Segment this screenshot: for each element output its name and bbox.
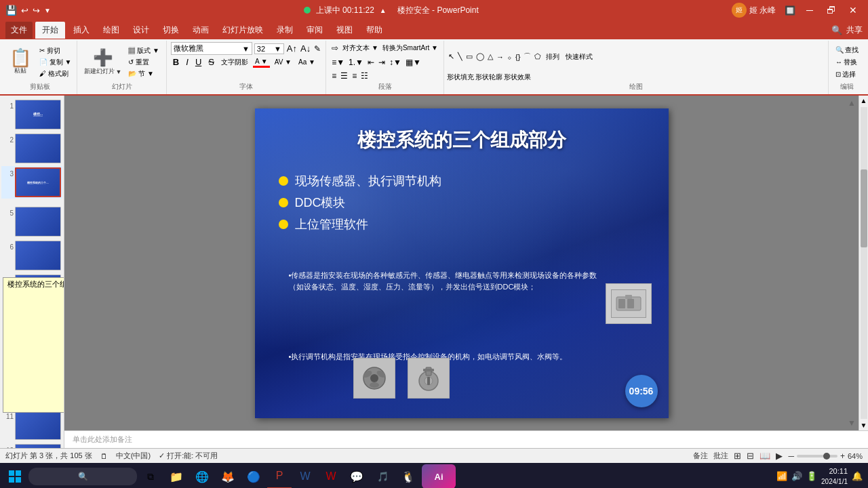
scrollbar-thumb[interactable] — [861, 169, 867, 247]
cut-button[interactable]: ✂ 剪切 — [37, 45, 74, 56]
tab-file[interactable]: 文件 — [5, 22, 33, 39]
zoom-thumb[interactable] — [823, 453, 830, 460]
align-left-button[interactable]: ≡ — [330, 70, 338, 82]
tab-draw[interactable]: 绘图 — [98, 22, 125, 39]
slide-thumb-8[interactable]: 8 — [1, 307, 62, 340]
zoom-level[interactable]: 64% — [848, 452, 863, 460]
line-spacing-button[interactable]: ↕▼ — [388, 56, 403, 68]
share-button[interactable]: 共享 — [846, 24, 863, 36]
slide-sorter-button[interactable]: ⊟ — [747, 451, 754, 461]
slide-thumb-10[interactable]: 10 — [1, 375, 62, 407]
layout-button[interactable]: ▦ 版式 ▼ — [125, 45, 161, 56]
minimize-button[interactable]: ─ — [800, 3, 819, 17]
tab-insert[interactable]: 插入 — [68, 22, 95, 39]
arrange-button[interactable]: 排列 — [543, 52, 562, 62]
notes-area[interactable]: 单击此处添加备注 — [64, 430, 868, 448]
char-spacing-button[interactable]: AV ▼ — [273, 58, 294, 66]
indent-less-button[interactable]: ⇤ — [366, 56, 376, 68]
notification-button[interactable]: 🔔 — [852, 471, 863, 481]
canvas-area[interactable]: 楼控系统的三个组成部分 现场传感器、执行调节机构 DDC模块 — [64, 96, 859, 430]
shape-more2[interactable]: {} — [514, 52, 521, 62]
reading-view-button[interactable]: 📖 — [760, 451, 770, 461]
tab-help[interactable]: 帮助 — [361, 22, 388, 39]
clock[interactable]: 20:11 2024/1/1 — [821, 466, 848, 486]
zoom-slider[interactable] — [797, 455, 837, 458]
chrome-button[interactable]: 🔵 — [241, 464, 266, 488]
shape-outline-button[interactable]: 形状轮廓 — [475, 73, 502, 82]
bullets-button[interactable]: ≡▼ — [330, 56, 346, 68]
save-icon[interactable]: 💾 — [5, 5, 17, 16]
tab-transitions[interactable]: 切换 — [157, 22, 184, 39]
numbering-button[interactable]: 1.▼ — [347, 56, 365, 68]
ppt-taskbar-button[interactable]: P — [267, 464, 292, 488]
tab-review[interactable]: 审阅 — [301, 22, 328, 39]
bullet-2[interactable]: DDC模块 — [279, 195, 645, 211]
clear-format-button[interactable]: ✎ — [313, 43, 321, 54]
file-explorer-button[interactable]: 📁 — [164, 464, 189, 488]
shape-fill-button[interactable]: 形状填充 — [447, 73, 474, 82]
reset-button[interactable]: ↺ 重置 — [125, 57, 161, 68]
shape-line[interactable]: ╲ — [456, 52, 464, 62]
network-icon[interactable]: 📶 — [776, 471, 787, 481]
close-button[interactable]: ✕ — [844, 3, 863, 17]
font-name-dropdown[interactable]: 微软雅黑▼ — [171, 42, 252, 55]
select-tool[interactable]: ↖ — [447, 52, 456, 62]
comments-toggle-button[interactable]: 批注 — [713, 451, 728, 461]
shadow-button[interactable]: 文字阴影 — [219, 57, 250, 68]
battery-icon[interactable]: 🔋 — [806, 471, 817, 481]
word-button[interactable]: W — [293, 464, 317, 488]
align-text-button[interactable]: 对齐文本 ▼ — [341, 42, 380, 54]
restore-button[interactable]: 🗗 — [822, 3, 841, 17]
smartart-button[interactable]: 转换为SmartArt ▼ — [381, 42, 439, 54]
italic-button[interactable]: I — [184, 56, 191, 68]
netease-button[interactable]: 🎵 — [370, 464, 395, 488]
undo-icon[interactable]: ↩ — [21, 5, 28, 16]
font-style-button[interactable]: Aa ▼ — [296, 58, 317, 66]
paste-button[interactable]: 📋 粘贴 — [5, 42, 35, 82]
class-status-arrow[interactable]: ▲ — [380, 7, 387, 14]
scrollbar-down-button[interactable]: ▼ — [859, 420, 868, 430]
shape-pentagon[interactable]: ⬠ — [533, 52, 542, 62]
shape-arrow[interactable]: → — [495, 52, 505, 62]
slide-thumb-3[interactable]: 3 楼控系统的三个... — [1, 166, 62, 199]
tab-slideshow[interactable]: 幻灯片放映 — [217, 22, 269, 39]
indent-more-button[interactable]: ⇥ — [377, 56, 387, 68]
font-size-dropdown[interactable]: 32▼ — [254, 43, 284, 54]
qq-button[interactable]: 🐧 — [396, 464, 420, 488]
sound-icon[interactable]: 🔊 — [791, 471, 802, 481]
task-view-button[interactable]: ⧉ — [138, 464, 163, 488]
bullet-3[interactable]: 上位管理软件 — [279, 216, 645, 232]
underline-button[interactable]: U — [193, 56, 203, 68]
firefox-button[interactable]: 🦊 — [216, 464, 240, 488]
scroll-up-arrow[interactable]: ▲ — [848, 98, 856, 108]
tab-record[interactable]: 录制 — [271, 22, 298, 39]
find-button[interactable]: 🔍 查找 — [833, 45, 861, 56]
tab-design[interactable]: 设计 — [127, 22, 155, 39]
slide-thumb-11[interactable]: 11 — [1, 409, 62, 441]
slide-thumb-1[interactable]: 1 楼控... — [1, 98, 62, 131]
text-direction-button[interactable]: ⇨ — [330, 42, 340, 54]
tab-animations[interactable]: 动画 — [187, 22, 214, 39]
align-right-button[interactable]: ≡ — [351, 70, 358, 82]
font-color-button[interactable]: A ▼ — [253, 57, 270, 68]
scrollbar-up-button[interactable]: ▲ — [859, 96, 868, 106]
replace-button[interactable]: ↔ 替换 — [833, 57, 861, 68]
new-slide-arrow[interactable]: ▼ — [115, 68, 121, 75]
slide-thumb-2[interactable]: 2 — [1, 132, 62, 165]
zoom-out-button[interactable]: ─ — [788, 451, 794, 461]
align-center-button[interactable]: ☰ — [339, 70, 349, 82]
copy-button[interactable]: 📄 复制 ▼ — [37, 57, 74, 68]
bold-button[interactable]: B — [171, 56, 181, 68]
scrollbar-track[interactable] — [861, 107, 867, 419]
ribbon-toggle-icon[interactable]: 🔲 — [785, 5, 795, 16]
slide-thumb-5[interactable]: 5 — [1, 205, 62, 238]
shape-more[interactable]: ⬦ — [506, 52, 513, 62]
notes-view-button[interactable]: 🗒 — [100, 452, 108, 460]
ai-button[interactable]: Ai — [422, 464, 456, 488]
quick-access-more[interactable]: ▼ — [44, 7, 51, 14]
normal-view-button[interactable]: ⊞ — [734, 451, 741, 461]
strikethrough-button[interactable]: S — [206, 56, 216, 68]
tab-home[interactable]: 开始 — [35, 22, 65, 39]
bullet-1[interactable]: 现场传感器、执行调节机构 — [279, 173, 645, 189]
notes-placeholder[interactable]: 单击此处添加备注 — [73, 434, 132, 445]
